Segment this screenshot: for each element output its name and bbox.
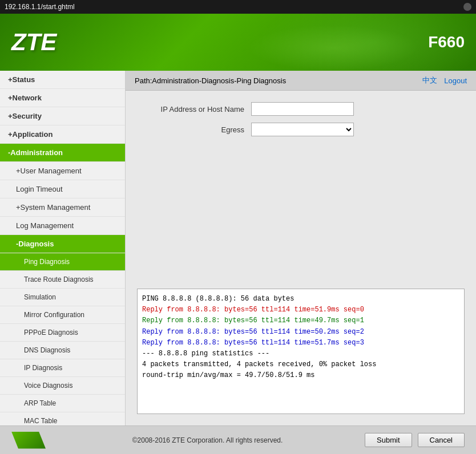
sidebar-item-security[interactable]: +Security <box>0 107 125 125</box>
footer-left <box>11 432 50 449</box>
output-line: Reply from 8.8.8.8: bytes=56 ttl=114 tim… <box>142 305 459 315</box>
footer: ©2008-2016 ZTE Corporation. All rights r… <box>0 425 476 454</box>
output-line: Reply from 8.8.8.8: bytes=56 ttl=114 tim… <box>142 315 459 326</box>
sidebar-item-administration[interactable]: -Administration <box>0 144 125 162</box>
output-line: PING 8.8.8.8 (8.8.8.8): 56 data bytes <box>142 294 459 305</box>
logout-link[interactable]: Logout <box>444 76 467 85</box>
breadcrumb-bar: Path:Administration-Diagnosis-Ping Diagn… <box>126 71 476 91</box>
footer-stripe <box>11 432 46 449</box>
submit-button[interactable]: Submit <box>365 433 412 447</box>
egress-row: Egress <box>137 123 465 136</box>
sidebar-item-diagnosis[interactable]: -Diagnosis <box>0 235 125 253</box>
output-line: --- 8.8.8.8 ping statistics --- <box>142 348 459 359</box>
output-line: Reply from 8.8.8.8: bytes=56 ttl=114 tim… <box>142 338 459 348</box>
sidebar-item-status[interactable]: +Status <box>0 71 125 89</box>
footer-copyright: ©2008-2016 ZTE Corporation. All rights r… <box>50 436 365 444</box>
sidebar-item-application[interactable]: +Application <box>0 125 125 144</box>
model-label: F660 <box>428 33 465 51</box>
main-container: +Status +Network +Security +Application … <box>0 71 476 425</box>
footer-buttons: Submit Cancel <box>365 433 465 447</box>
lang-link[interactable]: 中文 <box>422 75 437 86</box>
sidebar-item-mirror-configuration[interactable]: Mirror Configuration <box>0 306 125 324</box>
ip-input[interactable] <box>251 102 354 116</box>
egress-select[interactable] <box>251 123 354 136</box>
ip-row: IP Address or Host Name <box>137 102 465 116</box>
sidebar-item-simulation[interactable]: Simulation <box>0 289 125 306</box>
sidebar-item-system-management[interactable]: +System Management <box>0 198 125 217</box>
sidebar-item-login-timeout[interactable]: Login Timeout <box>0 180 125 198</box>
sidebar-item-trace-route[interactable]: Trace Route Diagnosis <box>0 271 125 289</box>
output-box: PING 8.8.8.8 (8.8.8.8): 56 data bytesRep… <box>137 289 465 414</box>
sidebar-item-arp-table[interactable]: ARP Table <box>0 395 125 412</box>
url-label: 192.168.1.1/start.ghtml <box>5 3 75 11</box>
cancel-button[interactable]: Cancel <box>418 433 465 447</box>
content-area: Path:Administration-Diagnosis-Ping Diagn… <box>126 71 476 425</box>
breadcrumb-actions: 中文 Logout <box>422 75 467 86</box>
logo: ZTE <box>11 29 57 56</box>
output-line: round-trip min/avg/max = 49.7/50.8/51.9 … <box>142 370 459 381</box>
sidebar-item-mac-table[interactable]: MAC Table <box>0 412 125 425</box>
sidebar: +Status +Network +Security +Application … <box>0 71 126 425</box>
title-bar: 192.168.1.1/start.ghtml <box>0 0 476 14</box>
form-area: IP Address or Host Name Egress <box>126 91 476 289</box>
sidebar-item-ping-diagnosis[interactable]: Ping Diagnosis <box>0 253 125 271</box>
sidebar-item-pppoe-diagnosis[interactable]: PPPoE Diagnosis <box>0 324 125 342</box>
sidebar-item-voice-diagnosis[interactable]: Voice Diagnosis <box>0 377 125 395</box>
output-line: Reply from 8.8.8.8: bytes=56 ttl=114 tim… <box>142 327 459 338</box>
close-icon[interactable] <box>463 3 471 11</box>
egress-label: Egress <box>137 125 251 134</box>
sidebar-item-dns-diagnosis[interactable]: DNS Diagnosis <box>0 342 125 359</box>
sidebar-item-log-management[interactable]: Log Management <box>0 217 125 235</box>
header: ZTE F660 <box>0 14 476 71</box>
ip-label: IP Address or Host Name <box>137 105 251 114</box>
output-line: 4 packets transmitted, 4 packets receive… <box>142 359 459 370</box>
breadcrumb: Path:Administration-Diagnosis-Ping Diagn… <box>135 76 286 85</box>
sidebar-item-network[interactable]: +Network <box>0 89 125 107</box>
sidebar-item-user-management[interactable]: +User Management <box>0 162 125 180</box>
sidebar-item-ip-diagnosis[interactable]: IP Diagnosis <box>0 359 125 377</box>
